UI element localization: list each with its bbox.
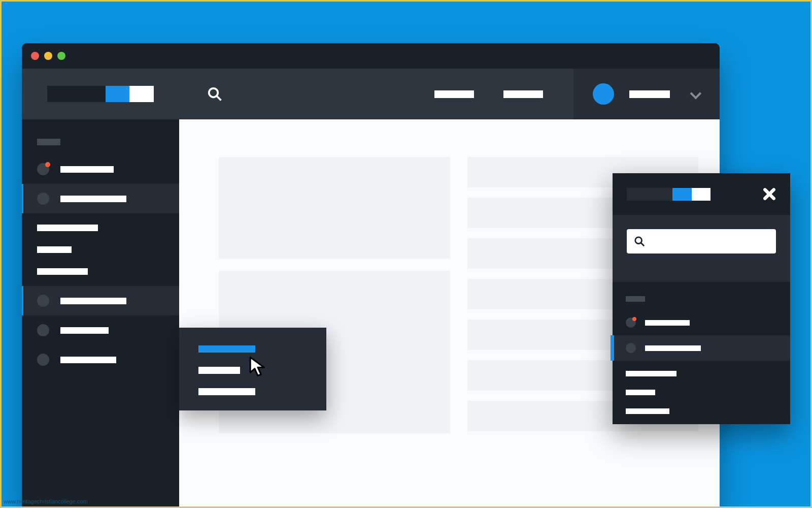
mini-panel-logo[interactable] — [627, 188, 710, 201]
window-maximize-button[interactable] — [57, 52, 65, 60]
context-menu-item[interactable] — [198, 367, 240, 374]
mini-item-icon — [626, 343, 636, 353]
mini-section-header — [626, 296, 645, 302]
context-menu — [179, 328, 326, 410]
sidebar-item-4[interactable] — [22, 315, 179, 345]
mini-item-label — [645, 345, 701, 351]
sidebar-item-label — [60, 298, 126, 304]
sidebar-item-icon — [37, 193, 49, 205]
logo-mark — [47, 86, 154, 102]
user-menu[interactable] — [573, 69, 720, 119]
chevron-down-icon — [690, 91, 699, 97]
search-icon — [634, 236, 645, 247]
sidebar-subitem[interactable] — [37, 268, 88, 275]
sidebar-item-label — [60, 357, 116, 363]
user-name — [629, 90, 670, 98]
mini-subitem[interactable] — [626, 390, 655, 395]
svg-line-1 — [217, 96, 221, 101]
sidebar-item-icon — [37, 354, 49, 366]
titlebar — [22, 43, 720, 69]
sidebar-subitem[interactable] — [37, 225, 98, 231]
svg-point-4 — [635, 237, 642, 244]
mini-search-input[interactable] — [627, 229, 776, 253]
context-menu-item[interactable] — [198, 388, 255, 395]
svg-line-5 — [641, 243, 644, 246]
logo[interactable] — [22, 69, 179, 119]
sidebar-item-3[interactable] — [22, 286, 179, 315]
mini-panel-header — [613, 173, 790, 215]
sidebar-subgroup-1 — [22, 213, 179, 286]
mini-item-2[interactable] — [613, 335, 790, 361]
svg-point-0 — [209, 88, 218, 98]
window-close-button[interactable] — [31, 52, 39, 60]
nav-links — [434, 90, 573, 98]
mini-subitem[interactable] — [626, 371, 676, 376]
nav-link-2[interactable] — [503, 90, 543, 98]
close-icon[interactable] — [763, 187, 776, 201]
sidebar-section-header — [37, 139, 60, 145]
search-area[interactable] — [179, 86, 434, 102]
mini-subgroup — [613, 361, 790, 424]
sidebar-item-1[interactable] — [22, 154, 179, 184]
sidebar-item-5[interactable] — [22, 345, 179, 374]
search-icon — [207, 86, 222, 102]
sidebar-item-label — [60, 196, 126, 202]
mini-panel-body — [613, 215, 790, 282]
sidebar-subitem[interactable] — [37, 246, 72, 253]
sidebar — [22, 119, 179, 508]
mini-subitem[interactable] — [626, 408, 669, 414]
mini-item-label — [645, 320, 690, 326]
sidebar-item-2[interactable] — [22, 184, 179, 213]
sidebar-item-label — [60, 327, 109, 334]
mini-item-1[interactable] — [613, 310, 790, 335]
mini-panel-list — [613, 282, 790, 424]
watermark: www.heritagechristiancollege.com — [4, 498, 88, 504]
sidebar-item-icon — [37, 324, 49, 336]
sidebar-item-icon — [37, 295, 49, 307]
content-card[interactable] — [219, 157, 450, 259]
window-minimize-button[interactable] — [44, 52, 52, 60]
mini-item-icon — [626, 318, 636, 328]
topbar — [22, 69, 720, 119]
context-menu-item-active[interactable] — [198, 345, 255, 353]
sidebar-item-label — [60, 166, 114, 173]
mini-panel — [613, 173, 790, 424]
avatar — [593, 83, 614, 105]
sidebar-item-icon — [37, 163, 49, 175]
nav-link-1[interactable] — [434, 90, 474, 98]
